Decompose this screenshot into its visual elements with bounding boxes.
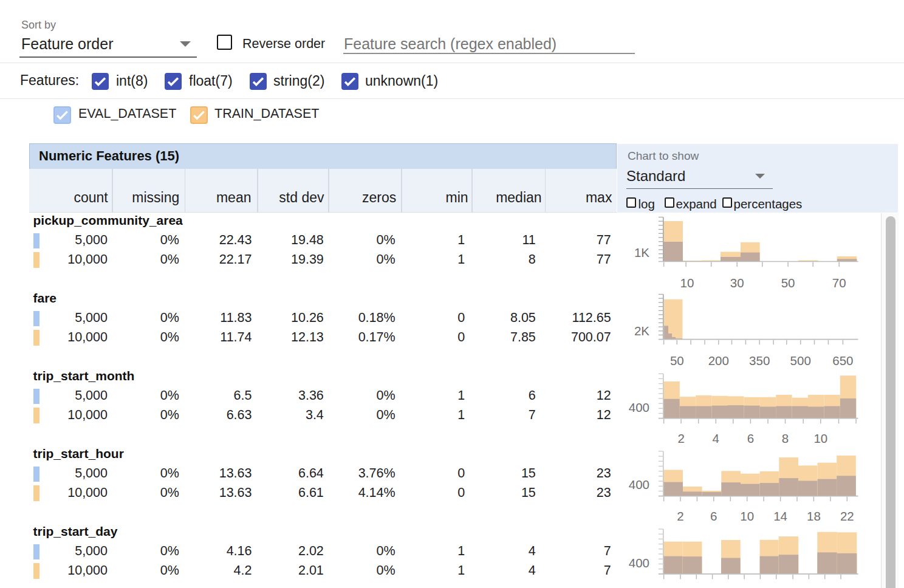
- svg-text:30: 30: [730, 276, 744, 290]
- svg-text:70: 70: [832, 276, 846, 290]
- svg-text:22: 22: [840, 509, 854, 523]
- svg-text:10: 10: [813, 431, 827, 445]
- svg-text:2: 2: [677, 431, 684, 445]
- svg-text:650: 650: [832, 354, 853, 368]
- svg-text:500: 500: [790, 354, 811, 368]
- svg-text:50: 50: [670, 354, 684, 368]
- svg-text:10: 10: [680, 276, 694, 290]
- svg-text:18: 18: [807, 509, 821, 523]
- svg-text:4: 4: [713, 431, 719, 445]
- svg-text:400: 400: [629, 400, 649, 414]
- svg-text:2K: 2K: [634, 324, 649, 338]
- svg-text:1K: 1K: [634, 245, 649, 259]
- svg-text:10: 10: [740, 509, 754, 523]
- svg-text:50: 50: [781, 276, 795, 290]
- svg-text:2: 2: [677, 509, 683, 523]
- svg-text:6: 6: [710, 509, 717, 523]
- svg-text:350: 350: [749, 354, 770, 368]
- svg-text:200: 200: [708, 354, 729, 368]
- svg-text:400: 400: [629, 477, 649, 491]
- svg-text:6: 6: [747, 431, 754, 445]
- svg-text:8: 8: [782, 431, 789, 445]
- svg-text:14: 14: [773, 509, 787, 523]
- svg-text:400: 400: [629, 556, 649, 570]
